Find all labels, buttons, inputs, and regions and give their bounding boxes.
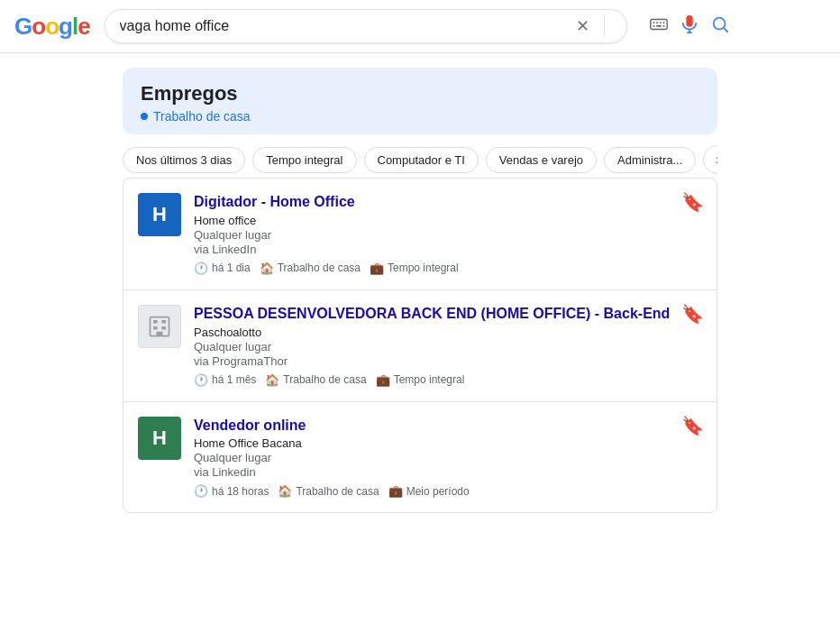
job-tag-1-2: 💼 Tempo integral bbox=[376, 373, 465, 387]
header: Google ✕ bbox=[0, 0, 840, 53]
svg-rect-14 bbox=[161, 326, 166, 330]
clock-icon-0-0: 🕐 bbox=[194, 262, 208, 275]
job-item-0[interactable]: H Digitador - Home Office Home office Qu… bbox=[123, 179, 717, 290]
job-tags-0: 🕐 há 1 dia 🏠 Trabalho de casa 💼 Tempo in… bbox=[194, 262, 702, 275]
bookmark-button-1[interactable]: 🔖 bbox=[681, 303, 704, 325]
job-company-0: Home office bbox=[194, 214, 702, 227]
job-tag-1-0: 🕐 há 1 mês bbox=[194, 373, 256, 387]
svg-rect-11 bbox=[153, 320, 158, 324]
home-icon-1-1: 🏠 bbox=[265, 373, 279, 387]
svg-rect-6 bbox=[656, 24, 662, 26]
filter-chip-4[interactable]: Administra... bbox=[604, 147, 696, 173]
svg-rect-2 bbox=[656, 22, 658, 23]
job-tag-0-2: 💼 Tempo integral bbox=[370, 262, 459, 275]
job-tags-1: 🕐 há 1 mês 🏠 Trabalho de casa 💼 Tempo in… bbox=[194, 373, 702, 387]
job-tag-2-0: 🕐 há 18 horas bbox=[194, 484, 269, 498]
svg-rect-4 bbox=[662, 22, 664, 23]
keyboard-icon[interactable] bbox=[649, 14, 669, 39]
search-bar: ✕ bbox=[105, 9, 627, 43]
bookmark-button-0[interactable]: 🔖 bbox=[681, 191, 704, 213]
filter-chip-1[interactable]: Tempo integral bbox=[252, 147, 356, 173]
blue-dot-icon bbox=[141, 113, 148, 120]
filter-chip-2[interactable]: Computador e TI bbox=[364, 147, 479, 173]
job-content-1: PESSOA DESENVOLVEDORA BACK END (HOME OFF… bbox=[194, 305, 702, 387]
main-content: Empregos Trabalho de casa Nos últimos 3 … bbox=[105, 53, 735, 528]
header-icons bbox=[649, 14, 730, 39]
job-location-0: Qualquer lugar bbox=[194, 228, 702, 242]
job-item-2[interactable]: H Vendedor online Home Office Bacana Qua… bbox=[123, 402, 717, 513]
search-divider bbox=[604, 15, 605, 37]
clear-icon[interactable]: ✕ bbox=[576, 16, 589, 36]
filter-chip-3[interactable]: Vendas e varejo bbox=[486, 147, 597, 173]
job-content-2: Vendedor online Home Office Bacana Qualq… bbox=[194, 417, 702, 499]
job-company-1: Paschoalotto bbox=[194, 326, 702, 339]
svg-rect-1 bbox=[653, 22, 654, 23]
filter-chip-0[interactable]: Nos últimos 3 dias bbox=[123, 147, 245, 173]
google-logo: Google bbox=[14, 13, 90, 41]
bag-icon-2-2: 💼 bbox=[388, 484, 403, 498]
job-logo-0: H bbox=[138, 193, 181, 236]
job-tag-1-1: 🏠 Trabalho de casa bbox=[265, 373, 366, 387]
job-title-1: PESSOA DESENVOLVEDORA BACK END (HOME OFF… bbox=[194, 305, 702, 324]
home-icon-2-1: 🏠 bbox=[278, 484, 292, 498]
search-input[interactable] bbox=[120, 18, 576, 34]
home-icon-0-1: 🏠 bbox=[260, 262, 274, 275]
job-tag-2-1: 🏠 Trabalho de casa bbox=[278, 484, 379, 498]
svg-rect-3 bbox=[660, 22, 662, 23]
bookmark-button-2[interactable]: 🔖 bbox=[681, 415, 704, 436]
job-tag-0-1: 🏠 Trabalho de casa bbox=[260, 262, 361, 275]
svg-rect-12 bbox=[161, 320, 166, 324]
svg-rect-5 bbox=[653, 24, 654, 26]
job-title-0: Digitador - Home Office bbox=[194, 193, 702, 212]
clock-icon-1-0: 🕐 bbox=[194, 373, 208, 387]
jobs-list: H Digitador - Home Office Home office Qu… bbox=[123, 178, 717, 513]
clock-icon-2-0: 🕐 bbox=[194, 484, 208, 498]
svg-rect-13 bbox=[153, 326, 158, 330]
jobs-card-subtitle: Trabalho de casa bbox=[141, 109, 699, 124]
job-via-1: via ProgramaThor bbox=[194, 354, 702, 368]
microphone-icon[interactable] bbox=[680, 14, 699, 39]
job-location-2: Qualquer lugar bbox=[194, 451, 702, 464]
job-location-1: Qualquer lugar bbox=[194, 340, 702, 353]
job-via-0: via LinkedIn bbox=[194, 243, 702, 256]
job-title-2: Vendedor online bbox=[194, 417, 702, 436]
jobs-card-title: Empregos bbox=[141, 82, 699, 106]
svg-rect-7 bbox=[662, 24, 664, 26]
jobs-card-subtitle-text: Trabalho de casa bbox=[153, 109, 251, 124]
svg-rect-0 bbox=[650, 19, 666, 29]
job-company-2: Home Office Bacana bbox=[194, 436, 702, 450]
jobs-card: Empregos Trabalho de casa bbox=[123, 68, 717, 134]
filters-next-button[interactable]: › bbox=[703, 145, 717, 174]
job-logo-2: H bbox=[138, 417, 181, 460]
job-tag-0-0: 🕐 há 1 dia bbox=[194, 262, 251, 275]
job-tags-2: 🕐 há 18 horas 🏠 Trabalho de casa 💼 Meio … bbox=[194, 484, 702, 498]
bag-icon-1-2: 💼 bbox=[376, 373, 390, 387]
svg-rect-15 bbox=[157, 332, 163, 336]
job-tag-2-2: 💼 Meio período bbox=[388, 484, 470, 498]
job-logo-1 bbox=[138, 305, 181, 348]
filters-row: Nos últimos 3 dias Tempo integral Comput… bbox=[123, 145, 717, 174]
job-content-0: Digitador - Home Office Home office Qual… bbox=[194, 193, 702, 275]
svg-line-9 bbox=[724, 28, 727, 32]
job-item-1[interactable]: PESSOA DESENVOLVEDORA BACK END (HOME OFF… bbox=[123, 290, 717, 402]
job-via-2: via Linkedin bbox=[194, 465, 702, 479]
search-submit-icon[interactable] bbox=[710, 14, 730, 39]
building-icon bbox=[147, 314, 172, 339]
bag-icon-0-2: 💼 bbox=[370, 262, 384, 275]
